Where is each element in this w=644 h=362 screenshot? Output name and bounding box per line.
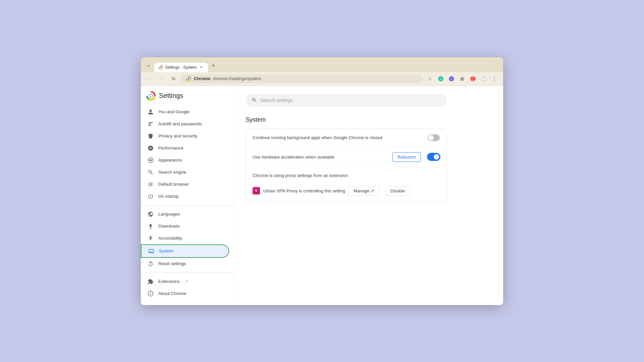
appearance-icon bbox=[148, 157, 154, 163]
svg-point-1 bbox=[160, 66, 162, 68]
sidebar-item-system[interactable]: System bbox=[141, 244, 229, 258]
history-button[interactable]: 🕐 bbox=[479, 74, 488, 83]
search-bar[interactable] bbox=[246, 94, 447, 107]
bookmark-button[interactable]: ☆ bbox=[425, 74, 435, 83]
reload-button[interactable]: ↻ bbox=[169, 74, 178, 83]
forward-icon: → bbox=[159, 76, 164, 81]
svg-point-18 bbox=[150, 236, 151, 237]
sidebar-label: Appearance bbox=[158, 158, 182, 163]
svg-point-17 bbox=[150, 159, 152, 161]
address-origin: Chrome bbox=[194, 76, 210, 81]
opera-button[interactable] bbox=[468, 74, 478, 83]
performance-icon bbox=[148, 145, 154, 151]
tab-bar-controls: ⌄ bbox=[144, 60, 153, 71]
sidebar-label: System bbox=[159, 248, 173, 253]
hardware-acceleration-toggle[interactable] bbox=[428, 154, 440, 160]
download-icon bbox=[148, 223, 154, 229]
settings-title-row: Settings bbox=[141, 91, 234, 106]
default-browser-icon bbox=[148, 181, 154, 187]
sidebar-label: Downloads bbox=[158, 224, 180, 229]
hardware-acceleration-row: Use hardware acceleration when available… bbox=[246, 147, 446, 168]
sidebar-label: Languages bbox=[158, 212, 180, 217]
svg-point-3 bbox=[187, 78, 189, 79]
person-icon bbox=[148, 109, 154, 115]
sidebar-item-search-engine[interactable]: Search engine bbox=[141, 166, 229, 178]
sidebar-label: Reset settings bbox=[158, 261, 186, 266]
svg-rect-13 bbox=[148, 122, 153, 123]
vpn-ext-button[interactable]: V bbox=[447, 74, 456, 83]
settings-card: Continue running background apps when Go… bbox=[246, 129, 447, 201]
autofill-icon bbox=[148, 121, 154, 127]
toggle-track[interactable] bbox=[428, 134, 440, 141]
tab-title: Settings - System bbox=[165, 65, 197, 70]
sidebar-label: Performance bbox=[158, 145, 183, 150]
reset-icon bbox=[148, 261, 154, 267]
sidebar-label: Accessibility bbox=[158, 236, 182, 241]
main-content: System Continue running background apps … bbox=[235, 86, 503, 305]
proxy-info-row: V Urban VPN Proxy is controlling this se… bbox=[253, 186, 410, 196]
sidebar-label: You and Google bbox=[158, 109, 190, 114]
sidebar-item-default-browser[interactable]: Default browser bbox=[141, 178, 229, 190]
sidebar-item-extensions[interactable]: Extensions ↗ bbox=[141, 276, 229, 288]
sidebar-divider-1 bbox=[141, 205, 234, 205]
address-bar[interactable]: Chrome chrome://settings/system bbox=[181, 74, 423, 83]
svg-text:G: G bbox=[440, 77, 442, 80]
back-icon: ← bbox=[147, 76, 152, 81]
toolbar-actions: ☆ G V ⊞ 🕐 ⋮ bbox=[425, 74, 499, 83]
info-icon bbox=[148, 291, 154, 297]
manage-proxy-button[interactable]: Manage ↗ bbox=[348, 186, 379, 196]
tab-list-menu-button[interactable]: ⌄ bbox=[144, 60, 153, 69]
sidebar-item-downloads[interactable]: Downloads bbox=[141, 220, 229, 232]
sidebar-item-on-startup[interactable]: On startup bbox=[141, 190, 229, 202]
search-icon bbox=[252, 97, 257, 104]
proxy-row: Chrome is using proxy settings from an e… bbox=[246, 168, 446, 201]
external-link-icon: ↗ bbox=[185, 280, 188, 283]
new-tab-button[interactable]: + bbox=[209, 61, 218, 71]
sidebar-item-privacy[interactable]: Privacy and security bbox=[141, 130, 229, 142]
sidebar-item-about-chrome[interactable]: About Chrome bbox=[141, 288, 229, 300]
address-path: chrome://settings/system bbox=[213, 76, 261, 81]
hardware-acceleration-label: Use hardware acceleration when available bbox=[253, 155, 388, 160]
sidebar-divider-2 bbox=[141, 273, 234, 273]
svg-rect-14 bbox=[148, 123, 151, 124]
sidebar-item-accessibility[interactable]: Accessibility bbox=[141, 232, 229, 244]
chrome-logo-icon bbox=[146, 91, 156, 101]
system-icon bbox=[148, 248, 154, 254]
sidebar-item-languages[interactable]: Languages bbox=[141, 208, 229, 220]
settings-page-title: Settings bbox=[159, 92, 183, 100]
chrome-menu-button[interactable]: ⋮ bbox=[490, 74, 499, 83]
vpn-extension-icon: V bbox=[253, 187, 260, 194]
sidebar-label: Default browser bbox=[158, 182, 189, 187]
title-bar: ⌄ Settings - System ✕ + bbox=[141, 57, 503, 72]
reload-icon: ↻ bbox=[172, 76, 176, 81]
ext-puzzle-button[interactable]: ⊞ bbox=[458, 74, 467, 83]
search-icon bbox=[148, 169, 154, 175]
sidebar-item-performance[interactable]: Performance bbox=[141, 142, 229, 154]
forward-button[interactable]: → bbox=[157, 74, 166, 83]
sidebar-item-autofill[interactable]: Autofill and passwords bbox=[141, 118, 229, 130]
svg-point-12 bbox=[150, 94, 152, 97]
relaunch-button[interactable]: Relaunch bbox=[392, 152, 421, 162]
active-tab[interactable]: Settings - System ✕ bbox=[154, 63, 208, 72]
background-apps-row: Continue running background apps when Go… bbox=[246, 129, 446, 147]
toggle-thumb bbox=[434, 154, 439, 160]
sidebar-item-reset-settings[interactable]: Reset settings bbox=[141, 258, 229, 270]
toggle-thumb bbox=[428, 135, 434, 140]
toolbar: ← → ↻ Chrome chrome://settings/system ☆ … bbox=[141, 72, 503, 86]
background-apps-toggle[interactable] bbox=[428, 134, 440, 141]
sidebar-item-appearance[interactable]: Appearance bbox=[141, 154, 229, 166]
grammarly-ext-button[interactable]: G bbox=[436, 74, 445, 83]
toggle-track-on[interactable] bbox=[428, 154, 440, 160]
tab-close-button[interactable]: ✕ bbox=[199, 65, 204, 70]
about-chrome-label: About Chrome bbox=[158, 291, 186, 296]
svg-rect-15 bbox=[148, 125, 151, 126]
disable-proxy-button[interactable]: Disable bbox=[385, 186, 410, 196]
proxy-extension-name: Urban VPN Proxy is controlling this sett… bbox=[263, 188, 345, 193]
search-input[interactable] bbox=[260, 98, 441, 103]
globe-icon bbox=[148, 211, 154, 217]
sidebar-label: Search engine bbox=[158, 170, 186, 175]
sidebar-item-you-and-google[interactable]: You and Google bbox=[141, 106, 229, 118]
background-apps-label: Continue running background apps when Go… bbox=[253, 135, 424, 140]
svg-text:V: V bbox=[451, 78, 452, 80]
back-button[interactable]: ← bbox=[145, 74, 154, 83]
